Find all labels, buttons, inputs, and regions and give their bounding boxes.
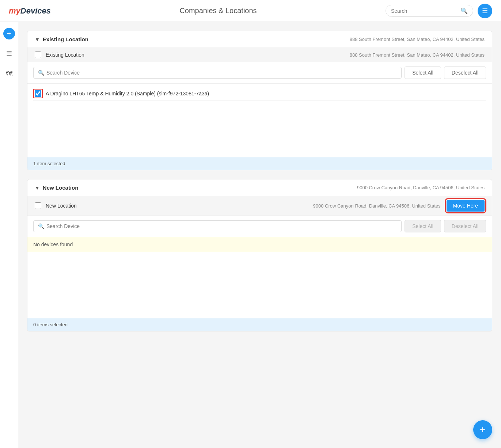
menu-icon: ☰ [6,49,12,57]
existing-location-title: Existing Location [43,36,350,42]
existing-location-controls: 🔍 Select All Deselect All [27,62,492,84]
sidebar-item-menu[interactable]: ☰ [3,47,16,60]
existing-search-input[interactable] [46,70,397,76]
new-location-row-address: 9000 Crow Canyon Road, Danville, CA 9450… [313,203,440,209]
search-icon: 🔍 [38,70,44,76]
logo-devices: Devices [20,6,51,16]
new-location-controls: 🔍 Select All Deselect All [27,216,492,237]
existing-location-row-address: 888 South Fremont Street, San Mateo, CA … [350,52,485,58]
sidebar: + ☰ 🗺 [0,22,18,448]
list-item: A Dragino LHT65 Temp & Humidity 2.0 (Sam… [33,87,486,101]
move-here-button[interactable]: Move Here [447,200,485,212]
new-location-title: New Location [43,185,357,191]
new-device-search[interactable]: 🔍 [33,220,402,232]
header-right: 🔍 ☰ [386,4,492,18]
global-search-bar[interactable]: 🔍 [386,5,473,17]
new-deselect-all-button[interactable]: Deselect All [444,220,486,232]
existing-location-checkbox[interactable] [35,52,41,58]
plus-icon: + [7,30,11,38]
existing-deselect-all-button[interactable]: Deselect All [444,67,486,79]
fab-button[interactable]: + [473,420,492,439]
existing-device-search[interactable]: 🔍 [33,67,402,79]
hamburger-icon: ☰ [482,7,488,15]
new-select-all-button[interactable]: Select All [405,220,441,232]
page-title: Companies & Locations [179,7,257,15]
new-search-input[interactable] [46,223,397,229]
existing-device-list: A Dragino LHT65 Temp & Humidity 2.0 (Sam… [27,84,492,157]
search-input[interactable] [391,8,459,14]
device-checkbox[interactable] [35,90,41,97]
new-location-row: New Location 9000 Crow Canyon Road, Danv… [27,196,492,216]
existing-location-row: Existing Location 888 South Fremont Stre… [27,48,492,62]
no-devices-message: No devices found [27,237,492,252]
logo-my: my [9,6,20,16]
new-status-bar: 0 items selected [27,318,492,331]
app-header: myDevices Companies & Locations 🔍 ☰ [0,0,501,22]
existing-location-section: ▼ Existing Location 888 South Fremont St… [27,31,492,170]
new-location-section: ▼ New Location 9000 Crow Canyon Road, Da… [27,179,492,331]
existing-status-text: 1 item selected [33,161,65,166]
new-location-checkbox[interactable] [35,202,41,209]
add-button-sidebar[interactable]: + [3,28,15,39]
sidebar-item-map[interactable]: 🗺 [3,67,16,80]
new-status-text: 0 items selected [33,322,68,327]
search-icon: 🔍 [38,223,44,229]
new-location-header[interactable]: ▼ New Location 9000 Crow Canyon Road, Da… [27,179,492,196]
new-device-list [27,252,492,318]
chevron-down-icon: ▼ [35,185,40,191]
menu-button[interactable]: ☰ [478,4,492,18]
fab-plus-icon: + [480,424,486,436]
existing-location-address: 888 South Fremont Street, San Mateo, CA … [350,37,485,42]
existing-status-bar: 1 item selected [27,157,492,170]
new-location-address: 9000 Crow Canyon Road, Danville, CA 9450… [357,185,485,190]
existing-select-all-button[interactable]: Select All [405,67,441,79]
search-icon: 🔍 [460,7,468,14]
chevron-down-icon: ▼ [35,37,40,42]
new-location-row-name: New Location [46,203,313,209]
main-content: ▼ Existing Location 888 South Fremont St… [18,22,501,448]
device-name: A Dragino LHT65 Temp & Humidity 2.0 (Sam… [46,91,209,96]
app-logo: myDevices [9,6,51,16]
existing-location-header[interactable]: ▼ Existing Location 888 South Fremont St… [27,31,492,48]
map-icon: 🗺 [6,70,12,78]
no-devices-text: No devices found [33,242,73,247]
existing-location-row-name: Existing Location [46,52,350,58]
